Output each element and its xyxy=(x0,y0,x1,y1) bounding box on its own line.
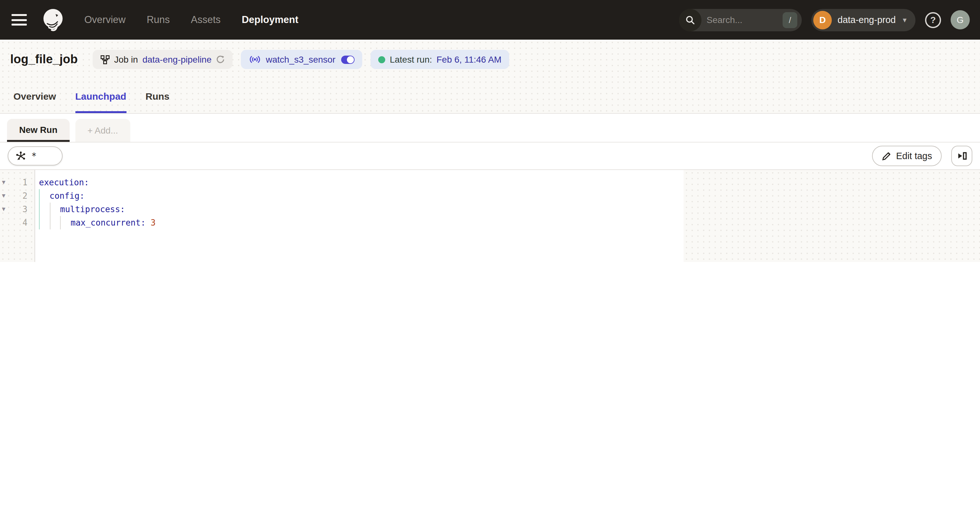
latest-run-label: Latest run: xyxy=(390,54,432,65)
gutter-line-1: ▼1 xyxy=(0,176,35,189)
tab-overview[interactable]: Overview xyxy=(13,79,56,113)
help-icon[interactable]: ? xyxy=(925,12,941,28)
code-line: config: xyxy=(39,189,684,202)
config-tab-add[interactable]: + Add... xyxy=(75,119,130,142)
code-line: execution: xyxy=(39,176,684,189)
tab-runs[interactable]: Runs xyxy=(145,79,169,113)
op-selection-value: * xyxy=(31,151,37,161)
pipeline-link[interactable]: data-eng-pipeline xyxy=(142,54,212,65)
fold-icon[interactable]: ▼ xyxy=(2,202,5,216)
workspace-name: data-eng-prod xyxy=(838,15,896,25)
code-area[interactable]: execution: config: multiprocess: max_con… xyxy=(35,170,684,262)
chevron-down-icon: ▼ xyxy=(901,17,908,24)
gutter-line-3: ▼3 xyxy=(0,202,35,216)
code-line: multiprocess: xyxy=(39,202,684,216)
dagster-logo-icon[interactable] xyxy=(38,5,68,35)
pencil-icon xyxy=(881,151,891,161)
tab-launchpad[interactable]: Launchpad xyxy=(75,79,126,113)
job-badge-prefix: Job in xyxy=(114,54,138,65)
nav-links: Overview Runs Assets Deployment xyxy=(84,14,298,25)
code-line: max_concurrent: 3 xyxy=(39,216,684,229)
latest-run-link[interactable]: Feb 6, 11:46 AM xyxy=(437,54,501,65)
job-icon xyxy=(100,55,110,64)
fold-icon[interactable]: ▼ xyxy=(2,189,5,202)
workspace-switcher[interactable]: D data-eng-prod ▼ xyxy=(811,9,915,31)
editor-gutter: ▼1 ▼2 ▼3 4 xyxy=(0,170,35,262)
page-header: log_file_job Job in data-eng-pipeline xyxy=(0,40,980,79)
edit-tags-label: Edit tags xyxy=(896,151,932,161)
op-selection-input[interactable]: * xyxy=(8,147,63,166)
nav-link-deployment[interactable]: Deployment xyxy=(242,14,298,25)
panel-right-icon xyxy=(957,151,967,161)
top-nav: Overview Runs Assets Deployment / D data… xyxy=(0,0,980,40)
config-tab-strip: New Run + Add... xyxy=(0,115,980,142)
search-icon xyxy=(679,9,702,31)
fold-icon[interactable]: ▼ xyxy=(2,176,5,189)
nav-link-runs[interactable]: Runs xyxy=(146,14,170,25)
config-tab-new-run[interactable]: New Run xyxy=(7,119,70,142)
launchpad-content: New Run + Add... xyxy=(0,115,980,262)
editor-right-pane xyxy=(684,170,980,262)
search-shortcut-key: / xyxy=(783,12,797,28)
run-status-dot xyxy=(378,56,385,63)
toolbar-right-group: Edit tags xyxy=(872,146,972,166)
config-editor: ▼1 ▼2 ▼3 4 execution: config: multiproce… xyxy=(0,170,980,262)
sensor-toggle[interactable] xyxy=(341,55,355,64)
nav-link-assets[interactable]: Assets xyxy=(191,14,221,25)
search-input[interactable] xyxy=(702,15,783,25)
op-selection-icon xyxy=(15,150,26,161)
workspace-avatar: D xyxy=(813,11,832,29)
nav-right-group: / D data-eng-prod ▼ ? G xyxy=(679,9,970,31)
nav-link-overview[interactable]: Overview xyxy=(84,14,126,25)
hamburger-menu-icon[interactable] xyxy=(11,14,27,25)
page-tabs: Overview Launchpad Runs xyxy=(0,79,980,114)
page-title: log_file_job xyxy=(10,53,78,67)
gutter-line-2: ▼2 xyxy=(0,189,35,202)
job-location-badge: Job in data-eng-pipeline xyxy=(92,50,232,69)
sensor-link[interactable]: watch_s3_sensor xyxy=(266,54,336,65)
sensor-badge: watch_s3_sensor xyxy=(241,50,362,69)
reload-icon[interactable] xyxy=(216,55,225,64)
search-box[interactable]: / xyxy=(679,9,802,31)
expand-panel-button[interactable] xyxy=(951,146,972,166)
gutter-line-4: 4 xyxy=(0,216,35,229)
user-avatar[interactable]: G xyxy=(951,10,970,29)
launchpad-toolbar: * Edit tags xyxy=(0,142,980,170)
edit-tags-button[interactable]: Edit tags xyxy=(872,146,942,166)
latest-run-badge: Latest run: Feb 6, 11:46 AM xyxy=(371,50,509,69)
sensor-icon xyxy=(248,55,261,64)
